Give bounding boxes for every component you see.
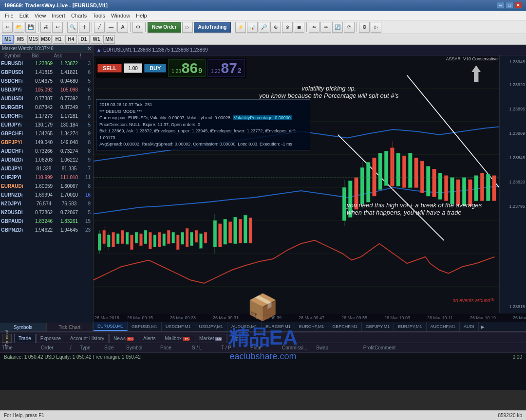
toolbar-expert5[interactable]: ⊗ xyxy=(282,22,293,33)
sym-tab-eurjpy[interactable]: EURJPY,M1 xyxy=(394,322,426,331)
market-watch-row[interactable]: EURJPYi 130.179 130.184 5 xyxy=(0,121,93,129)
toolbar-save[interactable]: 💾 xyxy=(25,22,36,33)
menu-window[interactable]: Window xyxy=(108,12,133,19)
timeframe-d1[interactable]: D1 xyxy=(78,35,90,44)
tab-trade[interactable]: Trade xyxy=(14,334,36,343)
tab-exposure[interactable]: Exposure xyxy=(36,334,65,343)
toolbar-more[interactable]: ▷ xyxy=(371,22,381,33)
menu-charts[interactable]: Charts xyxy=(68,12,90,19)
toolbar-hline[interactable]: — xyxy=(106,22,116,33)
sym-tab-eurusd[interactable]: EURUSD,M1 xyxy=(94,322,128,331)
toolbar-arrow[interactable]: ▷ xyxy=(182,22,193,33)
terminal-side-tab[interactable]: Terminal xyxy=(2,334,12,343)
toolbar-nav2[interactable]: ⇒ xyxy=(320,22,331,33)
market-watch-row[interactable]: GBPAUDi 1.83246 1.83261 15 xyxy=(0,217,93,226)
toolbar-nav1[interactable]: ⇐ xyxy=(309,22,319,33)
toolbar-expert4[interactable]: ⊕ xyxy=(270,22,281,33)
autotrading-button[interactable]: AutoTrading xyxy=(194,22,231,33)
sym-tab-audchf[interactable]: AUDCHF,M1 xyxy=(427,322,460,331)
market-watch-row[interactable]: EURGBPi 0.87342 0.87349 7 xyxy=(0,103,93,112)
sym-bid: 0.87342 xyxy=(31,105,56,110)
menu-edit[interactable]: Edit xyxy=(17,12,32,19)
toolbar-settings[interactable]: ⚙ xyxy=(359,22,370,33)
timeframe-mn[interactable]: MN xyxy=(103,35,115,44)
timeframe-m30[interactable]: M30 xyxy=(40,35,52,44)
market-watch-row[interactable]: AUDUSDi 0.77387 0.77392 5 xyxy=(0,94,93,103)
toolbar-expert3[interactable]: 🔎 xyxy=(259,22,269,33)
toolbar-new[interactable]: ↩ xyxy=(2,22,13,33)
toolbar-crosshair[interactable]: ✛ xyxy=(79,22,90,33)
toolbar-nav3[interactable]: 🔄 xyxy=(332,22,343,33)
sym-tab-more[interactable]: ▶ xyxy=(479,323,487,330)
tab-alerts[interactable]: Alerts xyxy=(139,334,160,343)
market-watch-row[interactable]: USDJPYi 105.092 105.098 6 xyxy=(0,86,93,94)
market-watch-row[interactable]: NZDUSDi 0.72862 0.72867 5 xyxy=(0,208,93,217)
toolbar-print[interactable]: 🖨 xyxy=(40,22,51,33)
toolbar-undo[interactable]: ↩ xyxy=(52,22,63,33)
sym-tab-usdchf[interactable]: USDCHF,M1 xyxy=(162,322,195,331)
market-watch-row[interactable]: AUDCHFi 0.73266 0.73274 8 xyxy=(0,147,93,156)
market-watch-row[interactable]: CHFJPYi 110.999 111.010 11 xyxy=(0,173,93,182)
tab-news[interactable]: News99 xyxy=(109,334,138,343)
market-watch-row[interactable]: GBPUSDi 1.41815 1.41821 6 xyxy=(0,68,93,77)
sym-tab-usdjpy[interactable]: USDJPY,M1 xyxy=(195,322,227,331)
svg-rect-36 xyxy=(213,220,217,247)
toolbar-expert6[interactable]: ◼ xyxy=(294,22,304,33)
new-order-button[interactable]: New Order xyxy=(148,22,181,33)
sym-tab-gbpjpy[interactable]: GBPJPY,M1 xyxy=(362,322,394,331)
minimize-button[interactable]: ─ xyxy=(497,2,505,9)
menu-view[interactable]: View xyxy=(32,12,49,19)
toolbar-expert2[interactable]: 📊 xyxy=(247,22,258,33)
market-watch-row[interactable]: NZDJPYi 76.574 76.583 9 xyxy=(0,200,93,208)
sym-tab-audusd[interactable]: AUDUSD,M1 xyxy=(227,322,262,331)
timeframe-m15[interactable]: M15 xyxy=(27,35,39,44)
market-watch-close[interactable]: ✕ xyxy=(87,46,91,51)
toolbar-expert1[interactable]: ⚡ xyxy=(235,22,246,33)
svg-rect-15 xyxy=(112,233,115,247)
market-watch-row[interactable]: AUDJPYi 81.328 81.335 7 xyxy=(0,164,93,173)
tab-market[interactable]: Market46 xyxy=(195,334,226,343)
sym-tab-audi[interactable]: AUDI xyxy=(460,322,479,331)
toolbar-nav4[interactable]: ⟳ xyxy=(344,22,355,33)
menu-tools[interactable]: Tools xyxy=(90,12,108,19)
tab-sig[interactable]: Sig xyxy=(227,334,243,343)
sym-tab-eurchf[interactable]: EURCHF,M1 xyxy=(295,322,329,331)
timeframe-w1[interactable]: W1 xyxy=(91,35,102,44)
sym-tab-eurgbp[interactable]: EURGBP,M1 xyxy=(262,322,295,331)
market-watch-row[interactable]: EURAUDi 1.60059 1.60067 8 xyxy=(0,182,93,191)
toolbar-zoom-in[interactable]: 🔍 xyxy=(67,22,78,33)
sym-ask: 1.23872 xyxy=(56,61,82,66)
toolbar-text[interactable]: A xyxy=(117,22,128,33)
toolbar-period-sep[interactable]: ⚙ xyxy=(132,22,143,33)
tab-account-history[interactable]: Account History xyxy=(66,334,109,343)
toolbar-open[interactable]: 📂 xyxy=(14,22,24,33)
sell-button[interactable]: SELL xyxy=(97,64,122,73)
sym-tab-gbpchf[interactable]: GBPCHF,M1 xyxy=(328,322,362,331)
timeframe-h4[interactable]: H4 xyxy=(65,35,77,44)
market-watch-row[interactable]: USDCHFi 0.94675 0.94680 5 xyxy=(0,77,93,86)
col-sl: S / L xyxy=(192,345,221,350)
maximize-button[interactable]: □ xyxy=(506,2,513,9)
sym-spread: 8 xyxy=(82,183,91,189)
timeframe-h1[interactable]: H1 xyxy=(53,35,64,44)
tab-tick-chart[interactable]: Tick Chart xyxy=(47,323,94,331)
market-watch-row[interactable]: AUDNZDi 1.06203 1.06212 9 xyxy=(0,156,93,164)
timeframe-m5[interactable]: M5 xyxy=(15,35,26,44)
market-watch-row[interactable]: GBPJPYi 149.040 149.048 8 xyxy=(0,138,93,147)
chart-canvas[interactable]: ASSAR_V10 Conservative SELL BUY 1.23 86 … xyxy=(94,55,526,313)
menu-insert[interactable]: Insert xyxy=(49,12,68,19)
market-watch-row[interactable]: GBPCHFi 1.34265 1.34274 9 xyxy=(0,129,93,138)
market-watch-row[interactable]: GBPNZDi 1.94622 1.94645 23 xyxy=(0,226,93,235)
menu-file[interactable]: File xyxy=(2,12,17,19)
market-watch-row[interactable]: EURNZDi 1.69994 1.70010 16 xyxy=(0,191,93,200)
sym-tab-gbpusd[interactable]: GBPUSD,M1 xyxy=(128,322,162,331)
toolbar-line[interactable]: ╱ xyxy=(94,22,105,33)
timeframe-m1[interactable]: M1 xyxy=(2,35,14,44)
market-watch-row[interactable]: EURCHFi 1.17273 1.17281 8 xyxy=(0,112,93,121)
buy-button[interactable]: BUY xyxy=(144,64,166,73)
menu-help[interactable]: Help xyxy=(133,12,150,19)
market-watch-row[interactable]: EURUSDi 1.23869 1.23872 3 xyxy=(0,59,93,68)
tab-mailbox[interactable]: Mailbox15 xyxy=(161,334,194,343)
lot-input[interactable] xyxy=(124,63,142,73)
close-button[interactable]: ✕ xyxy=(514,2,522,9)
